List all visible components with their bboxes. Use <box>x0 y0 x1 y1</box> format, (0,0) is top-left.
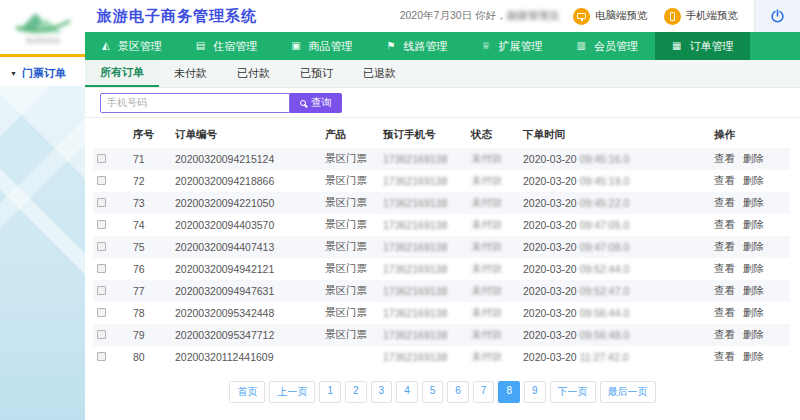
cell-seq: 72 <box>129 170 171 192</box>
row-checkbox[interactable] <box>97 220 106 229</box>
view-link[interactable]: 查看 <box>714 196 735 208</box>
tab-0[interactable]: 所有订单 <box>85 60 159 87</box>
nav-item-route[interactable]: ⚑线路管理 <box>370 32 465 60</box>
cell-status: 未付款 <box>467 170 519 192</box>
delete-link[interactable]: 删除 <box>743 174 764 186</box>
view-link[interactable]: 查看 <box>714 262 735 274</box>
smartphone-icon <box>664 8 681 25</box>
view-link[interactable]: 查看 <box>714 328 735 340</box>
delete-link[interactable]: 删除 <box>743 218 764 230</box>
nav-item-scenic-spot[interactable]: ◭景区管理 <box>85 32 179 60</box>
delete-link[interactable]: 删除 <box>743 240 764 252</box>
row-checkbox[interactable] <box>97 286 106 295</box>
delete-link[interactable]: 删除 <box>743 196 764 208</box>
row-checkbox[interactable] <box>97 330 106 339</box>
table-row: 72 20200320094218866 景区门票 17362169138 未付… <box>93 170 790 192</box>
cell-order-no: 20200320095347712 <box>171 324 321 346</box>
cell-actions: 查看删除 <box>710 214 790 236</box>
view-link[interactable]: 查看 <box>714 240 735 252</box>
delete-link[interactable]: 删除 <box>743 306 764 318</box>
tab-3[interactable]: 已预订 <box>285 60 348 87</box>
row-checkbox[interactable] <box>97 176 106 185</box>
view-link[interactable]: 查看 <box>714 218 735 230</box>
delete-link[interactable]: 删除 <box>743 350 764 362</box>
cell-product: 景区门票 <box>321 192 379 214</box>
cell-product: 景区门票 <box>321 258 379 280</box>
cell-order-time: 2020-03-20 09:47:05.0 <box>519 214 661 236</box>
delete-link[interactable]: 删除 <box>743 284 764 296</box>
table-row: 78 20200320095342448 景区门票 17362169138 未付… <box>93 302 790 324</box>
nav-item-goods[interactable]: ▣商品管理 <box>274 32 369 60</box>
header-phone: 预订手机号 <box>379 122 467 148</box>
page-prev[interactable]: 上一页 <box>269 381 315 403</box>
row-checkbox[interactable] <box>97 198 106 207</box>
page-last[interactable]: 最后一页 <box>600 381 656 403</box>
page-7[interactable]: 7 <box>473 381 495 403</box>
delete-link[interactable]: 删除 <box>743 152 764 164</box>
table-row: 76 20200320094942121 景区门票 17362169138 未付… <box>93 258 790 280</box>
mobile-preview-button[interactable]: 手机端预览 <box>664 8 739 25</box>
app-window: 旅游电子商务管理系统 2020年7月30日 你好， 超级管理员 电脑端预览 手机… <box>0 0 800 420</box>
table-row: 80 20200320112441609 17362169138 未付款 202… <box>93 346 790 368</box>
delete-link[interactable]: 删除 <box>743 262 764 274</box>
page-2[interactable]: 2 <box>345 381 367 403</box>
view-link[interactable]: 查看 <box>714 152 735 164</box>
nav-item-extension[interactable]: ♕扩展管理 <box>465 32 560 60</box>
page-next[interactable]: 下一页 <box>550 381 596 403</box>
goods-icon: ▣ <box>291 41 300 51</box>
page-9[interactable]: 9 <box>524 381 546 403</box>
tab-2[interactable]: 已付款 <box>222 60 285 87</box>
cell-order-no: 20200320094221050 <box>171 192 321 214</box>
cell-phone: 17362169138 <box>379 192 467 214</box>
hotel-icon: ▤ <box>196 41 205 51</box>
cell-status: 未付款 <box>467 236 519 258</box>
cell-status: 未付款 <box>467 324 519 346</box>
nav-item-order[interactable]: ▦订单管理 <box>655 32 750 60</box>
pc-preview-button[interactable]: 电脑端预览 <box>573 8 648 25</box>
cell-order-no: 20200320094947631 <box>171 280 321 302</box>
page-4[interactable]: 4 <box>396 381 418 403</box>
page-3[interactable]: 3 <box>371 381 393 403</box>
view-link[interactable]: 查看 <box>714 350 735 362</box>
logout-button[interactable] <box>754 0 800 32</box>
phone-search-input[interactable] <box>100 93 290 113</box>
row-checkbox[interactable] <box>97 308 106 317</box>
cell-status: 未付款 <box>467 192 519 214</box>
cell-seq: 76 <box>129 258 171 280</box>
view-link[interactable]: 查看 <box>714 284 735 296</box>
power-icon <box>770 9 785 24</box>
row-checkbox[interactable] <box>97 352 106 361</box>
row-checkbox[interactable] <box>97 154 106 163</box>
nav-item-hotel[interactable]: ▤住宿管理 <box>179 32 274 60</box>
cell-order-time: 2020-03-20 09:45:22.0 <box>519 192 661 214</box>
nav-item-member[interactable]: ▥会员管理 <box>560 32 655 60</box>
search-button[interactable]: 查询 <box>290 93 342 113</box>
nav-item-label: 扩展管理 <box>499 39 543 54</box>
cell-seq: 75 <box>129 236 171 258</box>
row-checkbox[interactable] <box>97 242 106 251</box>
pagination: 首页上一页123456789下一页最后一页 <box>85 381 800 403</box>
cell-product: 景区门票 <box>321 214 379 236</box>
header-gap <box>661 122 710 148</box>
sidebar-background-pattern <box>0 86 85 420</box>
cell-actions: 查看删除 <box>710 192 790 214</box>
page-5[interactable]: 5 <box>422 381 444 403</box>
tab-4[interactable]: 已退款 <box>348 60 411 87</box>
cell-order-time: 2020-03-20 09:52:47.0 <box>519 280 661 302</box>
row-checkbox[interactable] <box>97 264 106 273</box>
tab-1[interactable]: 未付款 <box>159 60 222 87</box>
order-status-tabs: 所有订单未付款已付款已预订已退款 <box>85 60 800 88</box>
view-link[interactable]: 查看 <box>714 306 735 318</box>
page-title: 旅游电子商务管理系统 <box>97 7 257 26</box>
view-link[interactable]: 查看 <box>714 174 735 186</box>
cell-actions: 查看删除 <box>710 170 790 192</box>
sidebar-item-ticket-orders[interactable]: ▼ 门票订单 <box>0 60 85 86</box>
logo-image: 海岸线智旅 <box>12 7 74 47</box>
main-content: 所有订单未付款已付款已预订已退款 查询 序号 订单编号 产 <box>85 60 800 420</box>
cell-seq: 80 <box>129 346 171 368</box>
page-1[interactable]: 1 <box>319 381 341 403</box>
delete-link[interactable]: 删除 <box>743 328 764 340</box>
page-6[interactable]: 6 <box>447 381 469 403</box>
page-8[interactable]: 8 <box>498 381 520 403</box>
page-first[interactable]: 首页 <box>229 381 265 403</box>
